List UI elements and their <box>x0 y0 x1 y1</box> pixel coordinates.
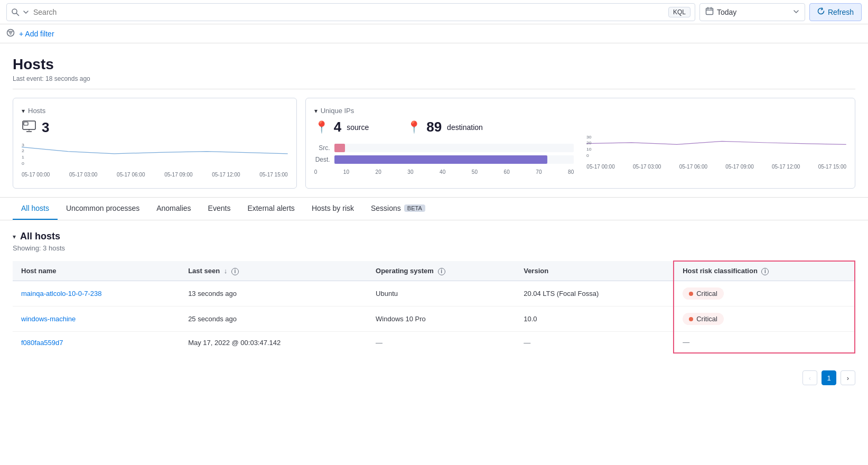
all-hosts-subtitle: Showing: 3 hosts <box>13 244 855 252</box>
pagination: ‹ 1 › <box>0 364 868 392</box>
date-picker[interactable]: Today <box>699 3 805 21</box>
cell-risk-2: — <box>674 332 855 354</box>
svg-text:1: 1 <box>22 155 24 160</box>
kql-badge[interactable]: KQL <box>668 7 690 17</box>
risk-dash-2: — <box>683 338 689 346</box>
tab-anomalies[interactable]: Anomalies <box>148 198 199 220</box>
source-count: 4 <box>334 119 341 135</box>
version-dash-2: — <box>524 339 530 347</box>
host-name-link-1[interactable]: windows-machine <box>21 315 76 323</box>
calendar-icon <box>705 7 714 17</box>
unique-ips-card-header: ▾ Unique IPs <box>314 107 846 115</box>
src-bar-fill <box>334 144 345 152</box>
prev-page-button[interactable]: ‹ <box>802 370 817 385</box>
cell-os-1: Windows 10 Pro <box>367 306 515 332</box>
os-info-icon[interactable]: i <box>438 268 445 275</box>
search-dropdown-icon[interactable] <box>23 9 29 15</box>
search-icon <box>11 8 20 16</box>
unique-ips-card: ▾ Unique IPs 📍 4 source 📍 89 destination <box>305 98 855 189</box>
date-text: Today <box>717 8 790 16</box>
source-pin-icon: 📍 <box>314 120 329 134</box>
risk-label-1: Critical <box>696 315 717 323</box>
hosts-table: Host name Last seen ↓ i Operating system… <box>13 261 855 354</box>
hosts-icon <box>22 119 36 136</box>
src-bar-row: Src. <box>314 144 574 152</box>
svg-rect-11 <box>24 122 28 125</box>
svg-text:2: 2 <box>22 149 24 153</box>
bar-x-axis: 01020304050607080 <box>314 169 574 175</box>
cell-last-seen-2: May 17, 2022 @ 00:03:47.142 <box>180 332 367 354</box>
table-wrapper: Host name Last seen ↓ i Operating system… <box>13 261 855 354</box>
hosts-collapse-icon[interactable]: ▾ <box>22 107 25 115</box>
date-chevron-icon <box>793 8 799 16</box>
search-input[interactable] <box>33 8 665 16</box>
src-bar-track <box>334 144 574 152</box>
tabs-container: All hosts Uncommon processes Anomalies E… <box>0 198 868 220</box>
svg-line-1 <box>16 13 19 16</box>
all-hosts-section: ▾ All hosts Showing: 3 hosts Host name L… <box>0 220 868 364</box>
hosts-card-metrics: 3 <box>22 119 288 136</box>
col-risk-classification: Host risk classification i <box>674 261 855 281</box>
destination-label: destination <box>447 123 483 132</box>
table-head: Host name Last seen ↓ i Operating system… <box>13 261 855 281</box>
tab-external-alerts-label: External alerts <box>247 204 294 212</box>
hosts-card-header: ▾ Hosts <box>22 107 288 115</box>
hosts-card: ▾ Hosts 3 3 2 1 0 05-17 00:00 05-17 03:0… <box>13 98 297 189</box>
cell-host-name-2: f080faa559d7 <box>13 332 180 354</box>
tab-sessions-label: Sessions <box>371 204 401 212</box>
cell-host-name-1: windows-machine <box>13 306 180 332</box>
tab-uncommon-processes[interactable]: Uncommon processes <box>58 198 148 220</box>
table-row: windows-machine 25 seconds ago Windows 1… <box>13 306 855 332</box>
refresh-button[interactable]: Refresh <box>809 3 862 21</box>
hosts-x-axis: 05-17 00:00 05-17 03:00 05-17 06:00 05-1… <box>22 172 288 178</box>
svg-text:30: 30 <box>586 135 592 140</box>
col-host-name: Host name <box>13 261 180 281</box>
tab-sessions[interactable]: Sessions BETA <box>362 198 434 220</box>
table-header-row: Host name Last seen ↓ i Operating system… <box>13 261 855 281</box>
hosts-chart: 3 2 1 0 05-17 00:00 05-17 03:00 05-17 06… <box>22 143 288 180</box>
last-seen-sort-icon: ↓ <box>224 267 228 275</box>
add-filter-button[interactable]: + Add filter <box>19 30 54 38</box>
tab-events-label: Events <box>208 204 231 212</box>
destination-count: 89 <box>426 119 442 135</box>
cell-risk-0: Critical <box>674 281 855 306</box>
filter-icon[interactable] <box>6 29 15 39</box>
refresh-label: Refresh <box>828 8 854 16</box>
tab-external-alerts[interactable]: External alerts <box>239 198 303 220</box>
cell-last-seen-0: 13 seconds ago <box>180 281 367 306</box>
page-header: Hosts Last event: 18 seconds ago <box>0 43 868 89</box>
cell-last-seen-1: 25 seconds ago <box>180 306 367 332</box>
risk-info-icon[interactable]: i <box>761 268 769 275</box>
page-1-button[interactable]: 1 <box>822 370 836 385</box>
refresh-icon <box>817 7 825 16</box>
tab-hosts-by-risk[interactable]: Hosts by risk <box>303 198 362 220</box>
hosts-card-title: Hosts <box>28 107 45 115</box>
dest-bar-track <box>334 155 574 164</box>
page-title: Hosts <box>13 56 855 73</box>
unique-ips-collapse-icon[interactable]: ▾ <box>314 107 318 115</box>
source-metric: 📍 4 source <box>314 119 369 135</box>
all-hosts-section-header: ▾ All hosts <box>13 231 855 242</box>
tab-hosts-by-risk-label: Hosts by risk <box>312 204 354 212</box>
svg-text:10: 10 <box>586 147 592 152</box>
cell-os-2: — <box>367 332 515 354</box>
risk-dot-1 <box>689 317 693 321</box>
svg-text:0: 0 <box>22 162 25 166</box>
source-label: source <box>347 123 369 132</box>
next-page-button[interactable]: › <box>841 370 855 385</box>
host-name-link-0[interactable]: mainqa-atlcolo-10-0-7-238 <box>21 290 101 297</box>
source-metrics: 📍 4 source 📍 89 destination <box>314 119 574 135</box>
svg-text:0: 0 <box>586 154 589 158</box>
all-hosts-collapse-icon[interactable]: ▾ <box>13 233 16 240</box>
unique-ips-line-chart: 30 20 10 0 05-17 00:00 05-17 03:00 05-17… <box>586 119 846 175</box>
host-name-link-2[interactable]: f080faa559d7 <box>21 339 63 347</box>
tab-all-hosts[interactable]: All hosts <box>13 198 58 220</box>
table-row: mainqa-atlcolo-10-0-7-238 13 seconds ago… <box>13 281 855 306</box>
tab-events[interactable]: Events <box>200 198 239 220</box>
top-bar: KQL Today Refresh <box>0 0 868 24</box>
unique-ips-metrics-row: 📍 4 source 📍 89 destination Src. <box>314 119 846 175</box>
risk-badge-1: Critical <box>683 313 724 325</box>
last-seen-info-icon[interactable]: i <box>231 268 239 275</box>
col-last-seen[interactable]: Last seen ↓ i <box>180 261 367 281</box>
dest-bar-row: Dest. <box>314 155 574 164</box>
